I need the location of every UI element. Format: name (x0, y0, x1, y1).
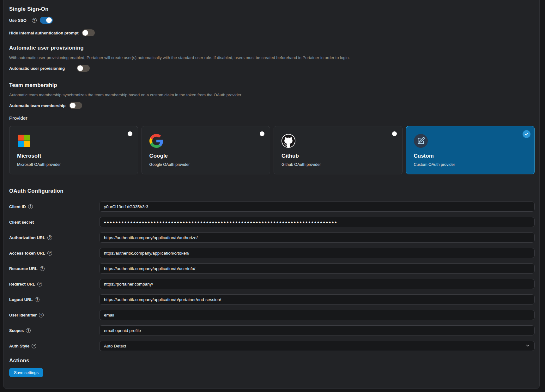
client-secret-row: Client secret (9, 217, 535, 227)
scopes-label-col: Scopes? (9, 328, 99, 333)
help-icon[interactable]: ? (26, 328, 31, 333)
help-icon[interactable]: ? (35, 297, 39, 302)
radio-unchecked-icon[interactable] (392, 131, 397, 136)
actions-heading: Actions (9, 358, 535, 364)
authorization-url-row: Authorization URL? (9, 232, 535, 243)
help-icon[interactable]: ? (40, 266, 45, 271)
oauth-config-heading: OAuth Configuration (9, 188, 535, 194)
access-token-url-row: Access token URL? (9, 248, 535, 258)
chevron-down-icon (525, 343, 530, 349)
use-sso-toggle[interactable] (40, 17, 53, 24)
redirect-url-label-col: Redirect URL? (9, 282, 99, 286)
toggle-knob (70, 103, 76, 108)
auth-style-label-col: Auth Style? (9, 344, 99, 348)
help-icon[interactable]: ? (39, 313, 44, 317)
authorization-url-input[interactable] (99, 232, 535, 243)
access-token-url-label: Access token URL (9, 251, 45, 256)
hide-internal-auth-toggle[interactable] (82, 29, 95, 36)
auth-style-row: Auth Style?Auto Detect (9, 341, 535, 351)
redirect-url-row: Redirect URL? (9, 279, 535, 289)
provisioning-toggle-label: Automatic user provisioning (9, 66, 65, 71)
scopes-label: Scopes (9, 328, 24, 333)
client-id-label: Client ID (9, 204, 26, 209)
help-icon[interactable]: ? (47, 235, 52, 240)
help-icon[interactable]: ? (32, 18, 37, 23)
client-id-label-col: Client ID? (9, 204, 99, 209)
access-token-url-label-col: Access token URL? (9, 251, 99, 256)
oauth-config-form: Client ID?Client secretAuthorization URL… (9, 202, 535, 351)
hide-prompt-label: Hide internal authentication prompt (9, 31, 79, 35)
team-toggle-label: Automatic team membership (9, 103, 65, 108)
scopes-row: Scopes? (9, 325, 535, 335)
google-logo-icon (149, 134, 163, 148)
use-sso-label: Use SSO (9, 18, 27, 23)
resource-url-input[interactable] (99, 263, 535, 274)
auth-style-label: Auth Style (9, 344, 29, 348)
radio-unchecked-icon[interactable] (128, 131, 132, 136)
provider-cards: Microsoft Microsoft OAuth provider Googl… (9, 126, 535, 174)
client-id-input[interactable] (99, 202, 535, 212)
save-settings-button[interactable]: Save settings (9, 368, 43, 377)
logout-url-label-col: Logout URL? (9, 297, 99, 302)
provider-card-subtitle: Github OAuth provider (282, 162, 395, 167)
provisioning-heading: Automatic user provisioning (9, 45, 535, 51)
team-membership-toggle[interactable] (69, 102, 82, 109)
help-icon[interactable]: ? (47, 251, 52, 256)
user-identifier-label-col: User identifier? (9, 313, 99, 317)
logout-url-label: Logout URL (9, 297, 33, 302)
authorization-url-label: Authorization URL (9, 235, 45, 240)
access-token-url-input[interactable] (99, 248, 535, 258)
provider-card-title: Microsoft (17, 153, 130, 159)
auto-provisioning-toggle[interactable] (77, 65, 90, 72)
team-heading: Team membership (9, 82, 535, 88)
provider-card-title: Github (282, 153, 395, 159)
provider-card-github[interactable]: Github Github OAuth provider (274, 126, 403, 174)
toggle-knob (82, 30, 88, 36)
provisioning-description: With automatic user provisioning enabled… (9, 55, 535, 60)
team-row: Automatic team membership (9, 102, 535, 109)
client-secret-label-col: Client secret (9, 220, 99, 225)
microsoft-logo-icon (17, 134, 31, 148)
provider-card-custom[interactable]: Custom Custom OAuth provider (406, 126, 535, 174)
logout-url-row: Logout URL? (9, 294, 535, 305)
provisioning-row: Automatic user provisioning (9, 65, 535, 72)
redirect-url-input[interactable] (99, 279, 535, 289)
toggle-knob (46, 17, 52, 23)
github-logo-icon (282, 134, 295, 148)
logout-url-input[interactable] (99, 294, 535, 305)
provider-card-subtitle: Microsoft OAuth provider (17, 162, 130, 167)
user-identifier-row: User identifier? (9, 310, 535, 320)
provider-card-subtitle: Google OAuth provider (149, 162, 263, 167)
provider-card-google[interactable]: Google Google OAuth provider (142, 126, 270, 174)
resource-url-label: Resource URL (9, 266, 38, 271)
help-icon[interactable]: ? (28, 204, 33, 209)
authorization-url-label-col: Authorization URL? (9, 235, 99, 240)
provider-card-microsoft[interactable]: Microsoft Microsoft OAuth provider (9, 126, 138, 174)
toggle-knob (77, 65, 83, 71)
resource-url-row: Resource URL? (9, 263, 535, 274)
client-secret-label: Client secret (9, 220, 34, 225)
provider-card-title: Google (149, 153, 263, 159)
scopes-input[interactable] (99, 325, 535, 335)
client-id-row: Client ID? (9, 202, 535, 212)
provider-card-title: Custom (414, 153, 527, 159)
radio-unchecked-icon[interactable] (260, 131, 264, 136)
use-sso-row: Use SSO ? (9, 17, 535, 24)
resource-url-label-col: Resource URL? (9, 266, 99, 271)
auth-style-select[interactable]: Auto Detect (99, 341, 535, 351)
auth-style-selected-value: Auto Detect (104, 344, 126, 348)
oauth-settings-panel: Single Sign-On Use SSO ? Hide internal a… (3, 0, 540, 389)
team-description: Automatic team membership synchronizes t… (9, 93, 535, 97)
sso-heading: Single Sign-On (9, 6, 535, 12)
user-identifier-input[interactable] (99, 310, 535, 320)
check-icon (523, 130, 530, 138)
redirect-url-label: Redirect URL (9, 282, 35, 286)
hide-prompt-row: Hide internal authentication prompt (9, 29, 535, 36)
help-icon[interactable]: ? (37, 282, 42, 286)
provider-card-subtitle: Custom OAuth provider (414, 162, 527, 167)
edit-icon (414, 134, 428, 148)
client-secret-input[interactable] (99, 217, 535, 227)
provider-heading: Provider (9, 115, 535, 121)
help-icon[interactable]: ? (32, 344, 36, 348)
user-identifier-label: User identifier (9, 313, 37, 317)
